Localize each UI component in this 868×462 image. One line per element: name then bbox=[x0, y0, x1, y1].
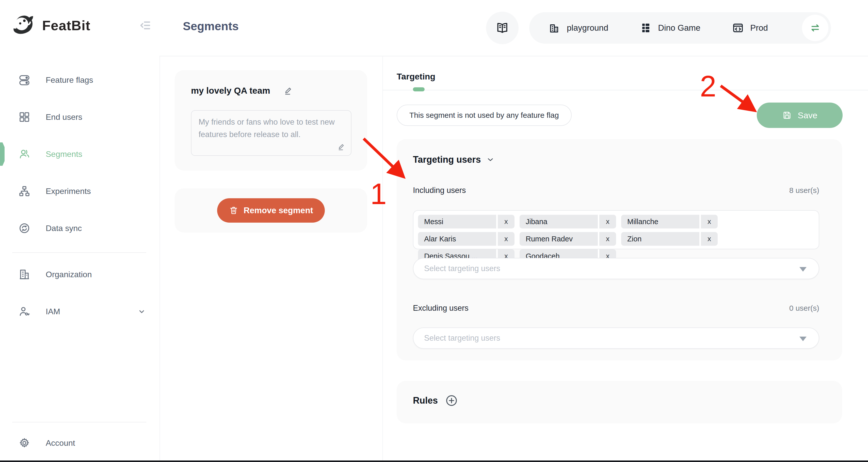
targeting-users-panel: Targeting users Including users 8 user(s… bbox=[397, 139, 842, 360]
remove-user-icon[interactable]: x bbox=[496, 215, 515, 228]
including-users-count: 8 user(s) bbox=[789, 186, 819, 195]
user-chip: Alar Karis x bbox=[418, 232, 515, 246]
swap-icon bbox=[809, 22, 821, 34]
chevron-down-icon bbox=[137, 307, 146, 316]
sidebar-divider bbox=[12, 422, 146, 422]
product-selector[interactable]: Dino Game bbox=[640, 22, 701, 34]
project-selector[interactable]: playground bbox=[549, 22, 608, 34]
toggles-icon bbox=[18, 74, 30, 86]
user-chip: Zion x bbox=[621, 232, 718, 246]
sidebar-item-label: Segments bbox=[46, 150, 82, 159]
remove-segment-card: Remove segment bbox=[175, 188, 367, 233]
window-bottom-edge bbox=[0, 460, 868, 462]
sidebar-item-segments[interactable]: Segments bbox=[0, 136, 159, 173]
segment-info-card: my lovely QA team My friends or fans who… bbox=[175, 70, 367, 171]
sidebar-item-end-users[interactable]: End users bbox=[0, 98, 159, 136]
env-selector[interactable]: Prod bbox=[732, 22, 768, 34]
edit-description-icon[interactable] bbox=[337, 142, 346, 151]
including-users-label: Including users bbox=[413, 186, 466, 195]
segment-description-text: My friends or fans who love to test new … bbox=[198, 118, 335, 139]
segment-description-input[interactable]: My friends or fans who love to test new … bbox=[191, 110, 351, 156]
env-name: Prod bbox=[750, 23, 768, 33]
rules-header: Rules bbox=[413, 394, 458, 407]
sidebar-divider bbox=[12, 252, 146, 253]
edit-name-icon[interactable] bbox=[283, 85, 293, 96]
featbit-app: FeatBit Feature flags bbox=[0, 0, 868, 462]
gear-icon bbox=[18, 437, 30, 449]
sidebar-item-data-sync[interactable]: Data sync bbox=[0, 210, 159, 247]
book-icon bbox=[495, 21, 509, 35]
segment-usage-status: This segment is not used by any feature … bbox=[397, 105, 571, 126]
remove-user-icon[interactable]: x bbox=[496, 232, 515, 246]
annotation-step-2: 2 bbox=[700, 70, 716, 103]
topbar: Segments playground bbox=[159, 0, 868, 56]
sync-icon bbox=[18, 222, 30, 234]
annotation-arrow-2 bbox=[721, 86, 753, 109]
user-chip: Messi x bbox=[418, 215, 515, 228]
building-icon bbox=[18, 268, 30, 280]
collapse-sidebar-icon[interactable] bbox=[138, 18, 152, 32]
excluding-users-row: Excluding users 0 user(s) bbox=[413, 304, 819, 313]
sidebar-item-account[interactable]: Account bbox=[0, 424, 159, 461]
page-title: Segments bbox=[183, 19, 239, 33]
sidebar-nav: Feature flags End users bbox=[0, 61, 159, 247]
caret-down-icon bbox=[800, 337, 807, 341]
stack-icon bbox=[640, 22, 652, 34]
caret-down-icon bbox=[800, 267, 807, 272]
save-disk-icon bbox=[782, 110, 792, 120]
trash-icon bbox=[229, 206, 239, 215]
remove-user-icon[interactable]: x bbox=[598, 232, 616, 246]
project-name: playground bbox=[567, 23, 608, 33]
user-chip: Rumen Radev x bbox=[520, 232, 616, 246]
sidebar-item-experiments[interactable]: Experiments bbox=[0, 173, 159, 210]
add-rule-icon[interactable] bbox=[445, 394, 458, 407]
sidebar-item-organization[interactable]: Organization bbox=[0, 256, 159, 293]
sidebar-item-feature-flags[interactable]: Feature flags bbox=[0, 61, 159, 98]
including-users-select[interactable]: Select targeting users bbox=[413, 258, 819, 279]
rules-card: Rules bbox=[397, 381, 842, 423]
sidebar-item-label: End users bbox=[46, 112, 82, 122]
user-key-icon bbox=[18, 305, 30, 318]
project-env-switcher: playground Dino Game bbox=[529, 12, 831, 44]
select-placeholder: Select targeting users bbox=[413, 258, 819, 279]
user-chip: Jibana x bbox=[520, 215, 616, 228]
segment-title-row: my lovely QA team bbox=[191, 85, 293, 96]
sidebar-account-nav: Account bbox=[0, 424, 159, 461]
switch-env-button[interactable] bbox=[802, 15, 828, 41]
excluding-users-count: 0 user(s) bbox=[789, 304, 819, 312]
annotation-step-1: 1 bbox=[370, 177, 387, 210]
sidebar-item-label: Feature flags bbox=[46, 75, 93, 85]
code-window-icon bbox=[732, 22, 744, 34]
logo-row: FeatBit bbox=[12, 11, 152, 40]
sidebar-secondary-nav: Organization IAM bbox=[0, 256, 159, 330]
active-tab-indicator bbox=[413, 87, 425, 91]
save-button[interactable]: Save bbox=[757, 103, 843, 128]
remove-user-icon[interactable]: x bbox=[700, 215, 718, 228]
sidebar-item-label: Experiments bbox=[46, 187, 91, 196]
tab-underline bbox=[383, 90, 868, 90]
segment-name: my lovely QA team bbox=[191, 86, 270, 96]
sidebar: FeatBit Feature flags bbox=[0, 0, 160, 462]
excluding-users-select[interactable]: Select targeting users bbox=[413, 327, 819, 349]
save-label: Save bbox=[798, 110, 817, 120]
docs-button[interactable] bbox=[486, 12, 519, 44]
including-users-row: Including users 8 user(s) bbox=[413, 186, 819, 195]
targeting-users-header[interactable]: Targeting users bbox=[413, 154, 495, 165]
sidebar-item-label: Organization bbox=[46, 270, 92, 279]
chevron-down-icon bbox=[486, 155, 495, 164]
excluding-users-label: Excluding users bbox=[413, 304, 468, 313]
remove-user-icon[interactable]: x bbox=[700, 232, 718, 246]
remove-segment-label: Remove segment bbox=[244, 206, 313, 215]
grid-icon bbox=[18, 111, 30, 123]
targeting-users-title: Targeting users bbox=[413, 154, 481, 165]
remove-segment-button[interactable]: Remove segment bbox=[217, 198, 325, 223]
sidebar-item-iam[interactable]: IAM bbox=[0, 293, 159, 330]
product-name: Dino Game bbox=[658, 23, 701, 33]
content-divider bbox=[382, 56, 383, 462]
select-placeholder: Select targeting users bbox=[413, 328, 819, 348]
remove-user-icon[interactable]: x bbox=[598, 215, 616, 228]
including-users-chips: Messi x Jibana x Millanche x Alar Karis … bbox=[413, 210, 819, 249]
tab-targeting[interactable]: Targeting bbox=[397, 72, 435, 81]
sidebar-item-label: Data sync bbox=[46, 224, 82, 233]
sitemap-icon bbox=[18, 185, 30, 197]
